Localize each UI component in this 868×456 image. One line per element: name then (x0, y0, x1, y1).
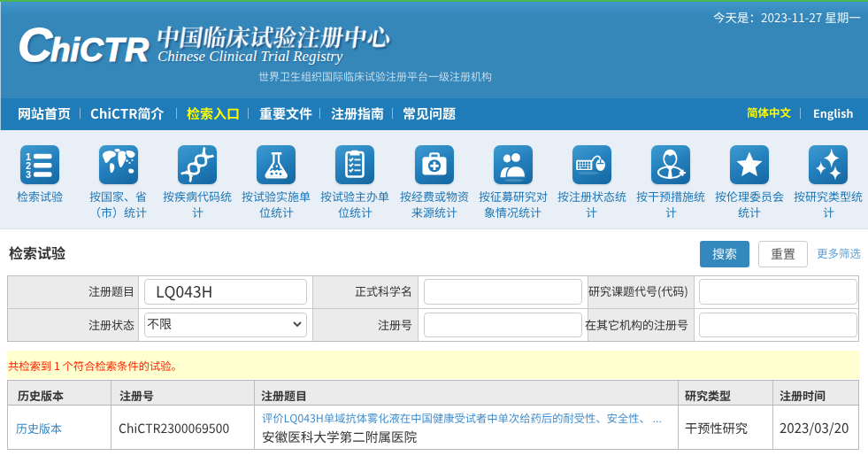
svg-text:3: 3 (26, 169, 31, 180)
